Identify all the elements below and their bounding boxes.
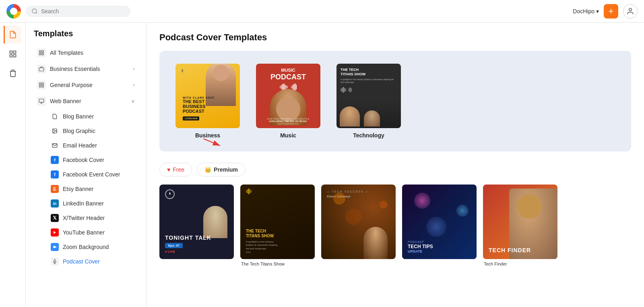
svg-point-19 <box>54 130 54 131</box>
sidebar-item-business-essentials[interactable]: Business Essentials › <box>29 61 143 77</box>
template-thumb-tech-finder: TECH FINDER <box>483 185 557 259</box>
podcast-cover-label: Podcast Cover <box>63 258 100 265</box>
podcast-cover-icon <box>51 257 59 266</box>
youtube-banner-icon <box>51 228 59 236</box>
sidebar-icon-templates[interactable] <box>4 45 22 63</box>
blog-banner-icon <box>51 112 59 120</box>
sidebar-icon-document[interactable] <box>4 26 21 44</box>
template-card-tech-finder[interactable]: TECH FINDER Tech Finder <box>483 185 557 269</box>
category-technology[interactable]: THE TECHTITANS SHOW A spotlight on the i… <box>336 64 401 139</box>
twitter-header-label: X/Twitter Header <box>63 215 105 221</box>
svg-rect-9 <box>42 53 43 55</box>
svg-rect-7 <box>42 51 43 52</box>
sidebar-subitem-facebook-cover[interactable]: f Facebook Cover <box>29 153 143 167</box>
create-button[interactable]: + <box>604 4 618 19</box>
sidebar-subitem-etsy-banner[interactable]: E Etsy Banner <box>29 182 143 196</box>
template-card-tech-tips[interactable]: PODCAST TECH TIPS UPDATE <box>402 185 477 269</box>
email-header-icon <box>51 141 59 149</box>
sidebar-subitem-email-header[interactable]: Email Header <box>29 138 143 153</box>
page-title: Podcast Cover Templates <box>159 32 631 43</box>
filter-premium[interactable]: 👑 Premium <box>197 163 246 176</box>
svg-rect-14 <box>42 85 43 87</box>
svg-rect-5 <box>13 55 16 57</box>
general-purpose-label: General Purpose <box>50 82 93 88</box>
all-templates-icon <box>37 48 46 57</box>
user-avatar[interactable] <box>623 4 638 19</box>
chevron-right-icon: › <box>133 66 135 72</box>
svg-point-0 <box>32 9 37 13</box>
search-icon <box>31 8 38 15</box>
chevron-right-icon2: › <box>133 82 135 88</box>
template-card-tonight-talk[interactable]: TONIGHT TALK Eps. 07 ● LIVE <box>159 185 234 269</box>
business-essentials-label: Business Essentials <box>50 66 100 72</box>
all-templates-label: All Templates <box>50 50 83 56</box>
twitter-header-icon: 𝕏 <box>51 214 59 222</box>
filter-bar: ♥ Free 👑 Premium <box>159 163 631 176</box>
app-logo[interactable] <box>6 4 21 19</box>
templates-grid: TONIGHT TALK Eps. 07 ● LIVE <box>159 185 631 269</box>
etsy-banner-label: Etsy Banner <box>63 186 93 192</box>
chevron-down-icon: ∨ <box>131 98 135 104</box>
main-content: Podcast Cover Templates WITH CLARK KENT … <box>147 23 644 307</box>
template-icon <box>9 50 17 58</box>
svg-point-1 <box>629 8 632 11</box>
template-thumb-tech-titans: THE TECHTITANS SHOW A spotlight on the i… <box>240 185 315 259</box>
sidebar-subitem-twitter-header[interactable]: 𝕏 X/Twitter Header <box>29 211 143 225</box>
facebook-event-icon: f <box>51 170 59 178</box>
etsy-banner-icon: E <box>51 185 59 193</box>
svg-rect-3 <box>13 51 16 54</box>
sidebar-item-web-banner[interactable]: Web Banner ∨ <box>29 93 143 109</box>
brand-dropdown[interactable]: DocHipo ▾ <box>573 8 599 15</box>
sidebar-subitem-linkedin-banner[interactable]: in LinkedIn Banner <box>29 196 143 211</box>
category-business[interactable]: WITH CLARK KENT THE BESTBUSINESSPODCAST … <box>175 64 240 139</box>
sidebar-item-general-purpose[interactable]: General Purpose › <box>29 77 143 93</box>
facebook-event-label: Facebook Event Cover <box>63 171 120 178</box>
template-thumb-tech-success: — TECH SUCCESS — Eileen Sideways <box>321 185 396 259</box>
category-music-label: Music <box>280 132 296 139</box>
sidebar-subitem-blog-banner[interactable]: Blog Banner <box>29 109 143 124</box>
category-thumb-business: WITH CLARK KENT THE BESTBUSINESSPODCAST … <box>175 64 240 128</box>
category-music[interactable]: MUSIC PODCAST <box>256 64 320 139</box>
search-input[interactable] <box>41 8 114 15</box>
blog-graphic-label: Blog Graphic <box>63 128 95 134</box>
user-icon <box>626 7 634 15</box>
sidebar-subitem-podcast-cover[interactable]: Podcast Cover <box>29 254 143 269</box>
facebook-cover-label: Facebook Cover <box>63 157 104 163</box>
sidebar-icon-trash[interactable] <box>4 64 22 82</box>
sidebar-subitem-facebook-event[interactable]: f Facebook Event Cover <box>29 167 143 182</box>
svg-rect-13 <box>39 85 41 87</box>
arrow-indicator <box>200 137 225 150</box>
svg-marker-20 <box>54 231 56 234</box>
general-purpose-icon <box>37 81 46 89</box>
svg-rect-10 <box>39 68 44 71</box>
zoom-background-icon <box>51 243 59 251</box>
svg-rect-11 <box>39 83 41 85</box>
svg-rect-15 <box>39 99 44 102</box>
sidebar-item-all-templates[interactable]: All Templates <box>29 45 143 61</box>
sidebar-subitem-zoom-background[interactable]: Zoom Background <box>29 240 143 254</box>
web-banner-label: Web Banner <box>50 98 81 104</box>
category-thumb-technology: THE TECHTITANS SHOW A spotlight on the i… <box>336 64 401 128</box>
svg-rect-6 <box>39 51 41 52</box>
blog-graphic-icon <box>51 127 59 135</box>
heart-icon: ♥ <box>167 166 170 173</box>
sidebar-subitem-youtube-banner[interactable]: YouTube Banner <box>29 225 143 240</box>
template-card-tech-success[interactable]: — TECH SUCCESS — Eileen Sideways <box>321 185 396 269</box>
template-thumb-tonight-talk: TONIGHT TALK Eps. 07 ● LIVE <box>159 185 234 259</box>
svg-rect-2 <box>10 51 12 54</box>
document-icon <box>9 31 17 39</box>
search-bar[interactable] <box>26 6 130 17</box>
sidebar-title: Templates <box>26 29 146 45</box>
filter-free[interactable]: ♥ Free <box>159 163 192 176</box>
svg-rect-8 <box>39 53 41 55</box>
svg-rect-4 <box>10 55 12 57</box>
template-card-tech-titans[interactable]: THE TECHTITANS SHOW A spotlight on the i… <box>240 185 315 269</box>
template-label-tech-titans: The Tech Titans Show <box>240 259 315 269</box>
template-thumb-tech-tips: PODCAST TECH TIPS UPDATE <box>402 185 477 259</box>
icon-sidebar <box>0 23 26 307</box>
web-banner-icon <box>37 97 46 106</box>
svg-rect-12 <box>42 83 43 85</box>
category-technology-label: Technology <box>353 132 384 139</box>
email-header-label: Email Header <box>63 142 97 149</box>
sidebar-subitem-blog-graphic[interactable]: Blog Graphic <box>29 124 143 138</box>
